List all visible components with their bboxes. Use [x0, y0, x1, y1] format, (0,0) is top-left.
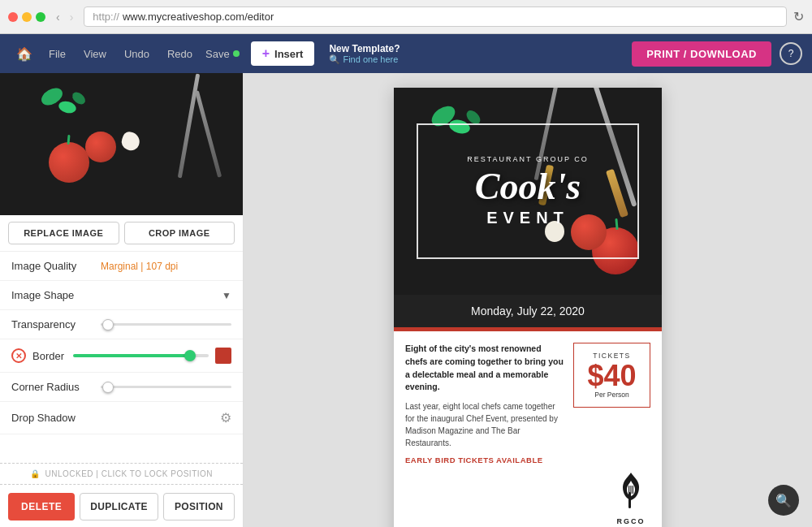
- flyer-description: Eight of the city's most renowned chefs …: [405, 343, 564, 464]
- ticket-price: $40: [584, 361, 640, 391]
- replace-image-button[interactable]: REPLACE IMAGE: [8, 222, 119, 244]
- lock-label: UNLOCKED | CLICK TO LOCK POSITION: [45, 469, 213, 478]
- flyer-content: Eight of the city's most renowned chefs …: [394, 331, 662, 469]
- image-shape-row[interactable]: Image Shape ▼: [0, 281, 243, 310]
- lock-icon: 🔒: [30, 469, 41, 478]
- remove-icon: ✕: [15, 352, 22, 361]
- new-template-area: New Template? 🔍 Find one here: [329, 43, 400, 65]
- border-color-swatch[interactable]: [215, 348, 231, 364]
- flyer-desc-bold: Eight of the city's most renowned chefs …: [405, 343, 564, 394]
- address-url: www.mycreativeshop.com/editor: [123, 11, 274, 23]
- address-bar[interactable]: http:// www.mycreativeshop.com/editor: [84, 6, 787, 27]
- save-button[interactable]: Save: [202, 43, 243, 65]
- traffic-lights: [8, 12, 45, 22]
- gear-icon[interactable]: ⚙: [220, 410, 231, 425]
- insert-label: Insert: [274, 48, 303, 60]
- image-preview: [0, 73, 243, 215]
- forward-button[interactable]: ›: [66, 9, 78, 25]
- border-slider-thumb[interactable]: [184, 350, 196, 361]
- border-row: ✕ Border: [0, 339, 243, 373]
- flyer-date: Monday, July 22, 2020: [471, 305, 585, 317]
- properties-panel: Image Quality Marginal | 107 dpi Image S…: [0, 252, 243, 463]
- new-template-title: New Template?: [329, 43, 400, 54]
- redo-button[interactable]: Redo: [159, 43, 201, 65]
- transparency-slider-track[interactable]: [101, 323, 231, 326]
- home-button[interactable]: 🏠: [10, 41, 39, 67]
- browser-chrome: ‹ › http:// www.mycreativeshop.com/edito…: [0, 0, 812, 34]
- drop-shadow-row: Drop Shadow ⚙: [0, 402, 243, 434]
- transparency-slider-thumb[interactable]: [102, 319, 114, 330]
- file-menu[interactable]: File: [41, 43, 74, 65]
- corner-radius-slider-thumb[interactable]: [102, 382, 114, 393]
- flyer-logo-area: RGCO: [394, 469, 662, 527]
- svg-rect-3: [633, 486, 633, 494]
- flyer-subtitle: RESTAURANT GROUP CO: [467, 155, 589, 163]
- svg-rect-1: [628, 486, 629, 494]
- flyer-early-bird: EARLY BIRD TICKETS AVAILABLE: [405, 456, 564, 464]
- reload-button[interactable]: ↻: [793, 9, 804, 24]
- bottom-buttons: DELETE DUPLICATE POSITION: [0, 485, 243, 527]
- drop-shadow-label: Drop Shadow: [11, 412, 220, 424]
- flyer-date-bar: Monday, July 22, 2020: [394, 295, 662, 327]
- insert-button[interactable]: + Insert: [251, 41, 315, 66]
- search-icon: 🔍: [329, 54, 340, 65]
- duplicate-button[interactable]: DUPLICATE: [80, 493, 158, 521]
- logo: RGCO: [611, 469, 650, 525]
- logo-icon: [611, 469, 650, 514]
- undo-button[interactable]: Undo: [116, 43, 158, 65]
- left-panel: REPLACE IMAGE CROP IMAGE Image Quality M…: [0, 73, 244, 527]
- image-quality-label: Image Quality: [11, 260, 101, 272]
- print-download-button[interactable]: PRINT / DOWNLOAD: [632, 41, 771, 67]
- lock-bar[interactable]: 🔒 UNLOCKED | CLICK TO LOCK POSITION: [0, 463, 243, 485]
- address-prefix: http://: [93, 11, 119, 23]
- transparency-label: Transparency: [11, 318, 101, 330]
- find-link[interactable]: 🔍 Find one here: [329, 54, 400, 65]
- transparency-row: Transparency: [0, 310, 243, 339]
- border-label: Border: [32, 350, 73, 362]
- app-header: 🏠 File View Undo Redo Save + Insert New …: [0, 34, 812, 73]
- image-shape-label: Image Shape: [11, 289, 222, 301]
- green-light: [36, 12, 45, 22]
- help-button[interactable]: ?: [780, 42, 802, 65]
- crop-image-button[interactable]: CROP IMAGE: [124, 222, 235, 244]
- save-label: Save: [205, 48, 230, 60]
- svg-rect-0: [628, 492, 631, 508]
- image-actions: REPLACE IMAGE CROP IMAGE: [0, 215, 243, 252]
- flyer-desc-body: Last year, eight local chefs came togeth…: [405, 400, 564, 449]
- back-button[interactable]: ‹: [52, 9, 64, 25]
- image-quality-value: Marginal | 107 dpi: [101, 261, 178, 272]
- svg-rect-2: [630, 486, 631, 494]
- flyer-title-main: Cook's: [475, 168, 581, 205]
- yellow-light: [22, 12, 32, 22]
- nav-arrows: ‹ ›: [52, 9, 77, 25]
- flyer-ticket: TICKETS $40 Per Person: [573, 343, 650, 408]
- border-remove-button[interactable]: ✕: [11, 348, 26, 363]
- corner-radius-label: Corner Radius: [11, 381, 101, 393]
- red-light: [8, 12, 18, 22]
- main-layout: REPLACE IMAGE CROP IMAGE Image Quality M…: [0, 73, 812, 527]
- image-quality-row: Image Quality Marginal | 107 dpi: [0, 252, 243, 281]
- corner-radius-slider-track[interactable]: [101, 386, 231, 388]
- view-menu[interactable]: View: [76, 43, 114, 65]
- save-indicator: [233, 50, 240, 57]
- insert-plus-icon: +: [262, 46, 270, 61]
- logo-text: RGCO: [611, 517, 650, 525]
- find-link-text: Find one here: [343, 54, 398, 64]
- position-button[interactable]: POSITION: [163, 493, 235, 521]
- canvas-area: RESTAURANT GROUP CO Cook's EVENT Monday,…: [244, 73, 812, 527]
- delete-button[interactable]: DELETE: [8, 493, 75, 521]
- chevron-down-icon: ▼: [222, 290, 231, 301]
- flyer-top-image: RESTAURANT GROUP CO Cook's EVENT: [394, 88, 662, 295]
- flyer-text-box: RESTAURANT GROUP CO Cook's EVENT: [417, 123, 639, 259]
- flyer: RESTAURANT GROUP CO Cook's EVENT Monday,…: [394, 88, 662, 527]
- flyer-title-sub: EVENT: [486, 209, 569, 227]
- corner-radius-row: Corner Radius: [0, 373, 243, 402]
- zoom-button[interactable]: 🔍: [768, 485, 799, 516]
- border-slider-track[interactable]: [73, 354, 209, 357]
